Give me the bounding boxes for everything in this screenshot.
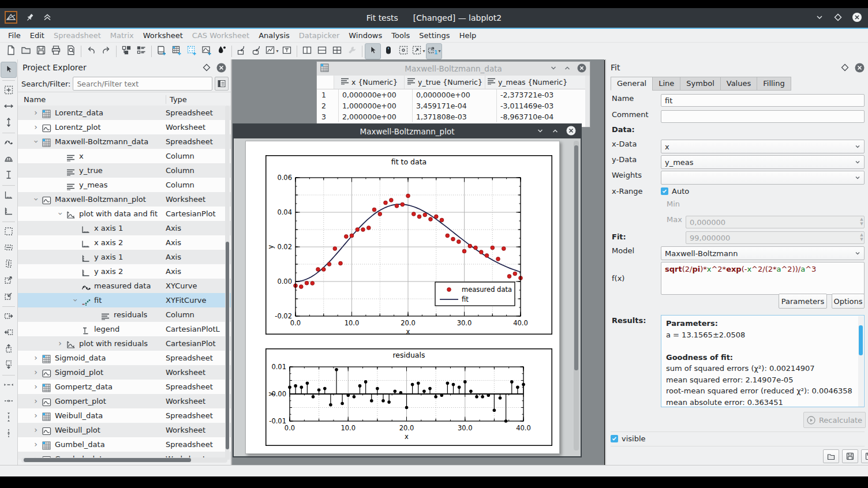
split-vertical-button[interactable] xyxy=(300,44,315,59)
spreadsheet-cell[interactable]: -3,011469e-03 xyxy=(497,100,584,111)
window-restore-icon[interactable] xyxy=(551,127,559,137)
spreadsheet-window-titlebar[interactable]: Maxwell-Boltzmann_data xyxy=(317,62,590,76)
tree-row[interactable]: ›Gompert_plotWorksheet xyxy=(18,394,231,408)
new-workbook-button[interactable] xyxy=(154,44,169,59)
print-preview-button[interactable] xyxy=(63,44,78,59)
options-button[interactable]: Options xyxy=(832,294,865,309)
resize-vertical-button[interactable] xyxy=(1,115,16,130)
tree-column-headers[interactable]: Name Type xyxy=(18,92,231,107)
spreadsheet-cell[interactable]: 2,000000e+00 xyxy=(339,111,413,122)
recalculate-button[interactable]: Recalculate xyxy=(803,412,866,428)
worksheet-window[interactable]: Maxwell-Boltzmann_plot fit to data0.010.… xyxy=(233,123,582,457)
spreadsheet-table[interactable]: x {Numeric}y_true {Numeric}y_meas {Numer… xyxy=(317,76,585,127)
tree-expander-icon[interactable]: › xyxy=(56,336,64,351)
split-horizontal-button[interactable] xyxy=(315,44,330,59)
add-histogram-button[interactable] xyxy=(1,152,16,167)
document-print-button[interactable] xyxy=(48,44,63,59)
tree-expander-icon[interactable]: › xyxy=(32,423,40,437)
tree-expander-icon[interactable]: › xyxy=(32,120,40,134)
worksheet-page[interactable]: fit to data0.010.020.030.040.0-0.020.000… xyxy=(245,141,560,454)
spinbox-arrows-icon[interactable]: ▲▼ xyxy=(856,233,867,242)
menu-worksheet[interactable]: Worksheet xyxy=(139,30,188,41)
tree-row[interactable]: x axis 2Axis xyxy=(18,235,231,250)
tree-row[interactable]: legendCartesianPlotL xyxy=(18,322,231,336)
dock-close-button[interactable] xyxy=(855,63,865,73)
max-input[interactable] xyxy=(686,231,865,244)
zoom-fit-one-button[interactable]: 1▾ xyxy=(426,43,442,59)
tab-general[interactable]: General xyxy=(611,77,652,91)
dock-close-button[interactable] xyxy=(216,63,226,73)
results-text[interactable]: Parameters:a = 13.1565±2.0508 Goodness o… xyxy=(661,315,865,407)
name-input[interactable] xyxy=(661,94,865,107)
filter-options-button[interactable] xyxy=(215,77,229,91)
tree-expander-icon[interactable]: › xyxy=(32,106,40,120)
tree-expander-icon[interactable]: › xyxy=(32,380,40,394)
shift-right-button[interactable] xyxy=(1,309,16,324)
window-shade-icon[interactable] xyxy=(549,64,558,74)
edit-redo-button[interactable] xyxy=(99,44,114,59)
import-file-button[interactable] xyxy=(234,44,249,59)
tree-row[interactable]: ›plot with data and fitCartesianPlot xyxy=(18,207,231,221)
spreadsheet-cell[interactable]: -2,373721e-03 xyxy=(497,89,584,100)
comment-input[interactable] xyxy=(661,110,865,123)
spreadsheet-row[interactable]: 21,000000e+003,459171e-04-3,011469e-03 xyxy=(317,100,585,111)
menu-analysis[interactable]: Analysis xyxy=(254,30,294,41)
spreadsheet-cell[interactable]: 0,000000e+00 xyxy=(413,89,497,100)
tree-row[interactable]: ›Sigmoid_dataSpreadsheet xyxy=(18,351,231,365)
dropdown-caret-icon[interactable]: ▾ xyxy=(422,48,425,54)
menu-edit[interactable]: Edit xyxy=(25,30,49,41)
results-scrollbar[interactable] xyxy=(858,316,863,407)
tree-row[interactable]: x axis 1Axis xyxy=(18,221,231,235)
tree-row[interactable]: y_trueColumn xyxy=(18,163,231,178)
text-label-button[interactable] xyxy=(279,44,294,59)
spreadsheet-cell[interactable]: 1 xyxy=(317,89,339,100)
tree-row[interactable]: ›Lorentz_plotWorksheet xyxy=(18,120,231,134)
zoom-x-select-button[interactable] xyxy=(1,241,16,256)
add-y-axis-button[interactable] xyxy=(1,204,16,219)
min-input[interactable] xyxy=(686,216,865,228)
zoom-region-button[interactable]: ▾ xyxy=(411,44,426,59)
new-spreadsheet-button[interactable] xyxy=(169,44,184,59)
tree-row[interactable]: xColumn xyxy=(18,149,231,163)
tree-expander-icon[interactable]: › xyxy=(32,437,40,452)
tree-row[interactable]: ›fitXYFitCurve xyxy=(18,293,231,307)
spreadsheet-row[interactable]: 10,000000e+000,000000e+00-2,373721e-03 xyxy=(317,89,585,100)
model-combobox[interactable]: Maxwell-Boltzmann xyxy=(661,246,865,260)
tree-expander-icon[interactable]: › xyxy=(29,196,43,204)
spreadsheet-cell[interactable]: 1,000000e+00 xyxy=(339,100,413,111)
dropdown-caret-icon[interactable]: ▾ xyxy=(276,48,278,54)
worksheet-vertical-scrollbar[interactable] xyxy=(574,141,579,451)
visible-checkbox[interactable] xyxy=(611,435,618,442)
save-as-template-button[interactable] xyxy=(861,449,868,463)
shift-left-button[interactable] xyxy=(1,325,16,340)
xrange-auto[interactable]: Auto xyxy=(661,187,689,196)
tree-row[interactable]: ›Lorentz_dataSpreadsheet xyxy=(18,106,231,120)
save-configuration-button[interactable] xyxy=(842,449,858,463)
spreadsheet-cell[interactable]: 0,000000e+00 xyxy=(339,89,413,100)
zoom-in-y-button[interactable] xyxy=(1,410,16,425)
tab-symbol[interactable]: Symbol xyxy=(680,77,720,91)
tree-row[interactable]: measured dataXYCurve xyxy=(18,279,231,293)
split-grid-button[interactable] xyxy=(330,44,345,59)
spreadsheet-column-header[interactable]: y_true {Numeric} xyxy=(405,76,485,89)
dock-float-button[interactable] xyxy=(841,63,849,72)
add-xy-curve-button[interactable] xyxy=(1,136,16,151)
dropdown-caret-icon[interactable]: ▾ xyxy=(438,48,440,54)
new-matrix-button[interactable] xyxy=(184,44,199,59)
properties-explorer-toggle-button[interactable] xyxy=(134,44,149,59)
new-datapicker-button[interactable] xyxy=(214,44,229,59)
menu-windows[interactable]: Windows xyxy=(344,30,387,41)
window-close-button[interactable] xyxy=(852,12,862,24)
fit-to-data-plot[interactable]: fit to data0.010.020.030.040.0-0.020.000… xyxy=(265,155,552,336)
weights-combobox[interactable] xyxy=(661,171,865,185)
window-float-button[interactable] xyxy=(833,13,843,24)
worksheet-window-titlebar[interactable]: Maxwell-Boltzmann_plot xyxy=(234,125,581,138)
search-filter-input[interactable] xyxy=(73,77,212,91)
edit-undo-button[interactable] xyxy=(84,44,99,59)
tab-values[interactable]: Values xyxy=(720,77,757,91)
tree-expander-icon[interactable]: › xyxy=(29,138,43,146)
spinbox-arrows-icon[interactable]: ▲▼ xyxy=(856,217,867,226)
parameters-button[interactable]: Parameters xyxy=(779,294,827,309)
menu-tools[interactable]: Tools xyxy=(387,30,414,41)
spreadsheet-vertical-scrollbar[interactable] xyxy=(585,76,590,127)
